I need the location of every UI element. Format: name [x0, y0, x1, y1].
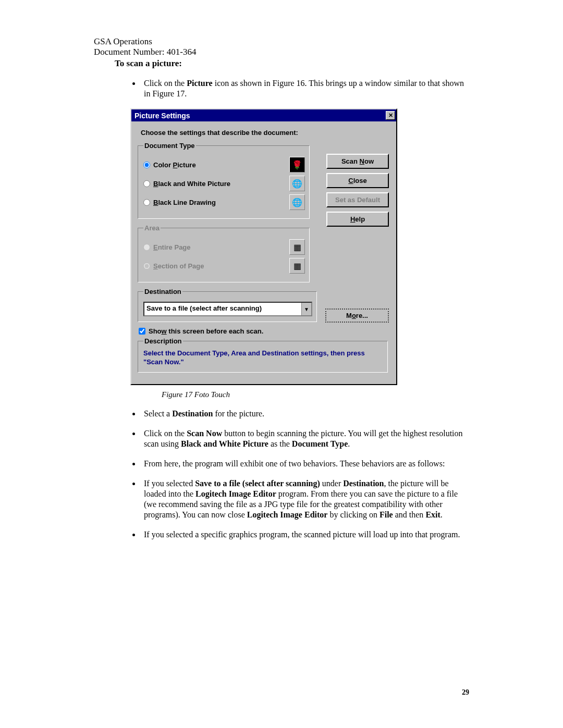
doctype-option: Color Picture🌹 [143, 157, 305, 172]
instruction-bullet: If you selected a specific graphics prog… [141, 529, 469, 540]
doctype-radio-label[interactable]: Black Line Drawing [143, 199, 216, 206]
doctype-option: Black Line Drawing🌐 [143, 194, 305, 210]
picture-settings-dialog: Picture Settings ✕ Choose the settings t… [130, 108, 397, 385]
doctype-radio-label[interactable]: Color Picture [143, 161, 196, 169]
doctype-radio[interactable] [143, 180, 150, 187]
area-radio [143, 263, 150, 269]
intro-bullet: Click on the Picture icon as shown in Fi… [141, 78, 469, 99]
doctype-radio-label[interactable]: Black and White Picture [143, 180, 230, 188]
option-thumb-icon: 🌐 [289, 176, 305, 191]
description-group: Description Select the Document Type, Ar… [138, 337, 388, 373]
help-button[interactable]: Help [326, 212, 389, 227]
chevron-down-icon[interactable]: ▼ [301, 303, 311, 315]
option-thumb-icon: 🌹 [289, 157, 305, 172]
destination-select[interactable]: Save to a file (select after scanning) ▼ [143, 302, 312, 316]
option-thumb-icon: 🌐 [289, 194, 305, 210]
instruction-bullet: If you selected Save to a file (select a… [141, 478, 469, 520]
figure-caption: Figure 17 Foto Touch [162, 390, 469, 399]
close-icon[interactable]: ✕ [386, 111, 395, 120]
scan-now-button[interactable]: Scan Now [326, 154, 389, 169]
dialog-prompt: Choose the settings that describe the do… [141, 129, 390, 137]
option-thumb-icon: ▦ [289, 239, 305, 255]
doctype-radio[interactable] [143, 199, 150, 206]
set-default-button[interactable]: Set as Default [326, 192, 389, 207]
dialog-title: Picture Settings [134, 112, 190, 120]
instruction-bullet: Select a Destination for the picture. [141, 409, 469, 419]
document-type-group: Document Type Color Picture🌹Black and Wh… [138, 142, 310, 219]
description-legend: Description [143, 337, 183, 345]
area-option: Entire Page▦ [143, 239, 305, 255]
area-group: Area Entire Page▦Section of Page▦ [138, 224, 310, 282]
doctype-option: Black and White Picture🌐 [143, 176, 305, 191]
area-radio-label: Section of Page [143, 262, 204, 270]
option-thumb-icon: ▦ [289, 258, 305, 274]
area-radio-label: Entire Page [143, 243, 191, 251]
instruction-bullet: Click on the Scan Now button to begin sc… [141, 428, 469, 449]
header-docnum: Document Number: 401-364 [94, 47, 469, 57]
page-number: 29 [462, 688, 469, 697]
instruction-bullet: From here, the program will exhibit one … [141, 459, 469, 469]
area-legend: Area [143, 224, 161, 232]
area-option: Section of Page▦ [143, 258, 305, 274]
doctype-radio[interactable] [143, 162, 150, 168]
section-heading: To scan a picture: [115, 58, 469, 69]
description-text: Select the Document Type, Area and Desti… [143, 349, 383, 367]
show-screen-checkbox[interactable] [139, 328, 145, 335]
area-radio [143, 244, 150, 251]
header-org: GSA Operations [94, 36, 469, 47]
destination-legend: Destination [143, 288, 182, 295]
destination-value: Save to a file (select after scanning) [144, 303, 301, 315]
destination-group: Destination Save to a file (select after… [138, 288, 317, 322]
dialog-titlebar: Picture Settings ✕ [131, 109, 396, 121]
show-screen-label: Show this screen before each scan. [149, 327, 263, 335]
document-type-legend: Document Type [143, 142, 196, 150]
close-button[interactable]: Close [326, 173, 389, 188]
more-button[interactable]: More... [325, 309, 389, 323]
